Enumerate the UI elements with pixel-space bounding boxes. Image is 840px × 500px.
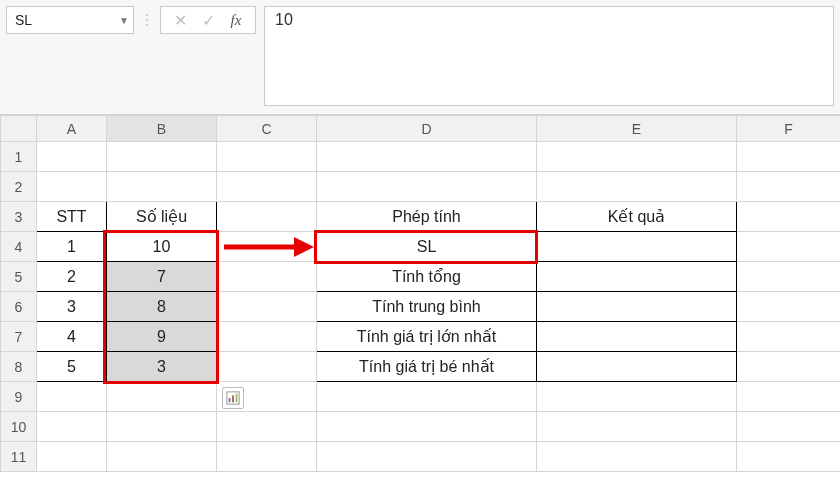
name-box-value: SL [15, 12, 32, 28]
col-header-D[interactable]: D [317, 116, 537, 142]
cell-B3[interactable]: Số liệu [107, 202, 217, 232]
row-header-6[interactable]: 6 [1, 292, 37, 322]
row-header-10[interactable]: 10 [1, 412, 37, 442]
cell-E7[interactable] [537, 322, 737, 352]
row-header-1[interactable]: 1 [1, 142, 37, 172]
splitter-handle[interactable] [142, 6, 152, 34]
cell-E4[interactable] [537, 232, 737, 262]
cell[interactable] [737, 322, 841, 352]
row-header-2[interactable]: 2 [1, 172, 37, 202]
cell-E8[interactable] [537, 352, 737, 382]
cell-B8[interactable]: 3 [107, 352, 217, 382]
cell[interactable] [537, 412, 737, 442]
row-header-5[interactable]: 5 [1, 262, 37, 292]
cell-D7[interactable]: Tính giá trị lớn nhất [317, 322, 537, 352]
cancel-icon[interactable]: ✕ [167, 7, 193, 33]
cell[interactable] [317, 142, 537, 172]
cell-A3[interactable]: STT [37, 202, 107, 232]
formula-controls: ✕ ✓ fx [160, 6, 256, 34]
cell[interactable] [217, 352, 317, 382]
column-header-row: A B C D E F [1, 116, 841, 142]
enter-icon[interactable]: ✓ [195, 7, 221, 33]
cell[interactable] [537, 442, 737, 472]
row-header-8[interactable]: 8 [1, 352, 37, 382]
col-header-B[interactable]: B [107, 116, 217, 142]
cell[interactable] [107, 412, 217, 442]
cell-D6[interactable]: Tính trung bình [317, 292, 537, 322]
cell[interactable] [317, 172, 537, 202]
cell[interactable] [737, 412, 841, 442]
col-header-E[interactable]: E [537, 116, 737, 142]
cell[interactable] [737, 382, 841, 412]
cell-E6[interactable] [537, 292, 737, 322]
cell[interactable] [107, 442, 217, 472]
name-box[interactable]: SL ▼ [6, 6, 134, 34]
row-header-3[interactable]: 3 [1, 202, 37, 232]
cell[interactable] [737, 352, 841, 382]
cell-B4[interactable]: 10 [107, 232, 217, 262]
cell-E5[interactable] [537, 262, 737, 292]
row-header-4[interactable]: 4 [1, 232, 37, 262]
cells-table: A B C D E F 1 2 3 STT Số liệu Phé [0, 115, 840, 472]
col-header-C[interactable]: C [217, 116, 317, 142]
cell-B5[interactable]: 7 [107, 262, 217, 292]
cell-A5[interactable]: 2 [37, 262, 107, 292]
cell[interactable] [217, 202, 317, 232]
cell[interactable] [737, 142, 841, 172]
cell-D3[interactable]: Phép tính [317, 202, 537, 232]
cell[interactable] [107, 382, 217, 412]
chevron-down-icon[interactable]: ▼ [119, 15, 129, 26]
cell-D5[interactable]: Tính tổng [317, 262, 537, 292]
cell[interactable] [107, 172, 217, 202]
col-header-A[interactable]: A [37, 116, 107, 142]
cell[interactable] [317, 442, 537, 472]
cell[interactable] [37, 382, 107, 412]
cell[interactable] [737, 202, 841, 232]
cell[interactable] [737, 262, 841, 292]
formula-bar-area: SL ▼ ✕ ✓ fx [0, 0, 840, 115]
cell[interactable] [217, 442, 317, 472]
col-header-F[interactable]: F [737, 116, 841, 142]
svg-rect-5 [236, 394, 238, 403]
cell[interactable] [37, 142, 107, 172]
cell[interactable] [537, 172, 737, 202]
cell-D8[interactable]: Tính giá trị bé nhất [317, 352, 537, 382]
row-header-11[interactable]: 11 [1, 442, 37, 472]
cell[interactable] [217, 172, 317, 202]
svg-rect-3 [229, 398, 231, 402]
cell[interactable] [37, 442, 107, 472]
cell[interactable] [37, 172, 107, 202]
cell[interactable] [537, 382, 737, 412]
quick-analysis-icon[interactable] [222, 387, 244, 409]
cell[interactable] [107, 142, 217, 172]
cell[interactable] [737, 442, 841, 472]
cell[interactable] [217, 322, 317, 352]
cell[interactable] [217, 262, 317, 292]
cell-A7[interactable]: 4 [37, 322, 107, 352]
cell[interactable] [537, 142, 737, 172]
cell-D4[interactable]: SL [317, 232, 537, 262]
cell[interactable] [317, 412, 537, 442]
formula-input[interactable] [264, 6, 834, 106]
cell-B6[interactable]: 8 [107, 292, 217, 322]
cell[interactable] [737, 292, 841, 322]
cell[interactable] [317, 382, 537, 412]
spreadsheet-grid: A B C D E F 1 2 3 STT Số liệu Phé [0, 115, 840, 472]
svg-rect-4 [232, 395, 234, 402]
cell-E3[interactable]: Kết quả [537, 202, 737, 232]
cell[interactable] [737, 232, 841, 262]
row-header-9[interactable]: 9 [1, 382, 37, 412]
cell[interactable] [217, 232, 317, 262]
cell[interactable] [37, 412, 107, 442]
select-all-corner[interactable] [1, 116, 37, 142]
cell-A8[interactable]: 5 [37, 352, 107, 382]
cell[interactable] [217, 142, 317, 172]
cell[interactable] [217, 412, 317, 442]
cell-A4[interactable]: 1 [37, 232, 107, 262]
fx-icon[interactable]: fx [223, 7, 249, 33]
cell-B7[interactable]: 9 [107, 322, 217, 352]
cell-A6[interactable]: 3 [37, 292, 107, 322]
cell[interactable] [217, 292, 317, 322]
row-header-7[interactable]: 7 [1, 322, 37, 352]
cell[interactable] [737, 172, 841, 202]
